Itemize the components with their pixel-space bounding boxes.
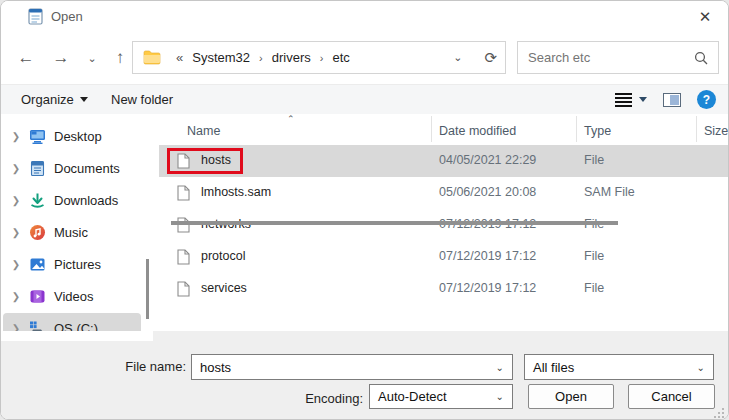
main-content: ❯Desktop❯Documents❯Downloads❯Music❯Pictu… <box>1 114 728 341</box>
file-row-networks[interactable]: networks07/12/2019 17:12File <box>159 209 729 241</box>
up-button[interactable]: ↑ <box>105 43 135 73</box>
file-name-label: File name: <box>61 359 186 374</box>
pictures-icon <box>29 256 46 273</box>
file-icon <box>177 281 190 297</box>
organize-button[interactable]: Organize <box>21 92 88 107</box>
file-type: File <box>584 281 604 295</box>
file-date-modified: 04/05/2021 22:29 <box>439 153 536 167</box>
file-date-modified: 07/12/2019 17:12 <box>439 249 536 263</box>
refresh-icon[interactable]: ⟳ <box>484 49 497 67</box>
sort-ascending-icon: ⌃ <box>287 114 295 124</box>
new-folder-label: New folder <box>111 92 173 107</box>
documents-icon <box>29 160 46 177</box>
sidebar-item-label: Pictures <box>54 257 101 272</box>
file-name-input[interactable]: hosts ⌄ <box>191 354 513 380</box>
encoding-dropdown-chevron[interactable]: ⌄ <box>496 391 504 402</box>
expand-chevron-icon[interactable]: ❯ <box>3 131 29 142</box>
sidebar-item-desktop[interactable]: ❯Desktop <box>3 121 141 151</box>
expand-chevron-icon[interactable]: ❯ <box>3 195 29 206</box>
expand-chevron-icon[interactable]: ❯ <box>3 227 29 238</box>
file-name-dropdown-chevron[interactable]: ⌄ <box>496 362 504 373</box>
file-type: File <box>584 153 604 167</box>
search-box[interactable]: Search etc <box>517 41 719 74</box>
breadcrumb-segment-etc[interactable]: etc <box>330 50 351 65</box>
breadcrumb-segment-system32[interactable]: System32 <box>190 50 252 65</box>
file-name: protocol <box>201 249 245 263</box>
file-type-select[interactable]: All files ⌄ <box>524 354 714 380</box>
file-row-services[interactable]: services07/12/2019 17:12File <box>159 273 729 305</box>
sidebar-item-documents[interactable]: ❯Documents <box>3 153 141 183</box>
folder-icon <box>143 50 161 65</box>
file-list: Name ⌃ Date modified Type Size hosts04/0… <box>159 114 729 341</box>
command-toolbar: Organize New folder ? <box>1 84 728 114</box>
music-icon <box>29 224 46 241</box>
sidebar-item-label: Downloads <box>54 193 118 208</box>
breadcrumb-separator[interactable]: › <box>252 52 270 64</box>
cancel-button[interactable]: Cancel <box>628 384 715 409</box>
breadcrumb-segment-drivers[interactable]: drivers <box>270 50 313 65</box>
sidebar-item-label: Music <box>54 225 88 240</box>
file-list-horizontal-scrollbar[interactable] <box>171 221 618 225</box>
downloads-icon <box>29 192 46 209</box>
breadcrumb-overflow[interactable]: « <box>169 50 190 65</box>
window-title: Open <box>51 9 83 24</box>
expand-chevron-icon[interactable]: ❯ <box>3 291 29 302</box>
sidebar-item-label: Desktop <box>54 129 102 144</box>
file-type: File <box>584 249 604 263</box>
sidebar-item-pictures[interactable]: ❯Pictures <box>3 249 141 279</box>
expand-chevron-icon[interactable]: ❯ <box>3 259 29 270</box>
new-folder-button[interactable]: New folder <box>111 92 173 107</box>
encoding-select[interactable]: Auto-Detect ⌄ <box>369 384 513 409</box>
organize-label: Organize <box>21 92 74 107</box>
sidebar-item-music[interactable]: ❯Music <box>3 217 141 247</box>
address-bar[interactable]: « System32 › drivers › etc ⌄ ⟳ <box>132 41 506 74</box>
column-header-name[interactable]: Name <box>187 114 220 143</box>
file-date-modified: 05/06/2021 20:08 <box>439 185 536 199</box>
resize-grip[interactable] <box>713 407 724 418</box>
column-header-size[interactable]: Size <box>704 114 728 143</box>
open-button[interactable]: Open <box>528 384 614 409</box>
close-button[interactable]: ✕ <box>692 5 718 29</box>
sidebar-scrollbar[interactable] <box>146 259 149 319</box>
view-mode-button[interactable] <box>615 93 647 107</box>
open-dialog-window: Open ✕ ← → ⌄ ↑ « System32 › drivers › et… <box>0 0 729 420</box>
column-header-type[interactable]: Type <box>584 114 611 143</box>
title-bar: Open ✕ <box>1 1 728 37</box>
file-row-hosts[interactable]: hosts04/05/2021 22:29File <box>159 145 729 177</box>
search-placeholder: Search etc <box>528 50 694 65</box>
file-row-lmhosts-sam[interactable]: lmhosts.sam05/06/2021 20:08SAM File <box>159 177 729 209</box>
forward-button[interactable]: → <box>46 43 76 73</box>
help-button[interactable]: ? <box>697 90 716 109</box>
breadcrumb-separator[interactable]: › <box>313 52 331 64</box>
file-type: SAM File <box>584 185 635 199</box>
red-highlight-annotation <box>167 148 243 174</box>
desktop-icon <box>29 128 46 145</box>
file-type-value: All files <box>533 360 574 375</box>
organize-caret-icon <box>80 97 88 102</box>
address-dropdown-chevron[interactable]: ⌄ <box>453 51 462 64</box>
encoding-label: Encoding: <box>241 391 363 406</box>
file-name: services <box>201 281 247 295</box>
videos-icon <box>29 288 46 305</box>
file-row-protocol[interactable]: protocol07/12/2019 17:12File <box>159 241 729 273</box>
view-mode-caret-icon <box>639 97 647 102</box>
file-name-value: hosts <box>200 360 231 375</box>
sidebar-item-downloads[interactable]: ❯Downloads <box>3 185 141 215</box>
list-view-icon <box>615 93 632 107</box>
search-icon[interactable] <box>694 51 708 65</box>
encoding-value: Auto-Detect <box>378 389 447 404</box>
sidebar-item-label: Videos <box>54 289 94 304</box>
recent-locations-chevron[interactable]: ⌄ <box>77 43 107 73</box>
sidebar-item-videos[interactable]: ❯Videos <box>3 281 141 311</box>
expand-chevron-icon[interactable]: ❯ <box>3 163 29 174</box>
file-icon <box>177 217 190 233</box>
back-button[interactable]: ← <box>11 43 41 73</box>
file-type-dropdown-chevron[interactable]: ⌄ <box>697 362 705 373</box>
column-header-date-modified[interactable]: Date modified <box>439 114 516 143</box>
file-date-modified: 07/12/2019 17:12 <box>439 281 536 295</box>
sidebar-item-label: Documents <box>54 161 120 176</box>
file-icon <box>177 249 190 265</box>
preview-pane-icon[interactable] <box>663 93 681 107</box>
file-icon <box>177 185 190 201</box>
notepad-app-icon <box>28 8 43 25</box>
